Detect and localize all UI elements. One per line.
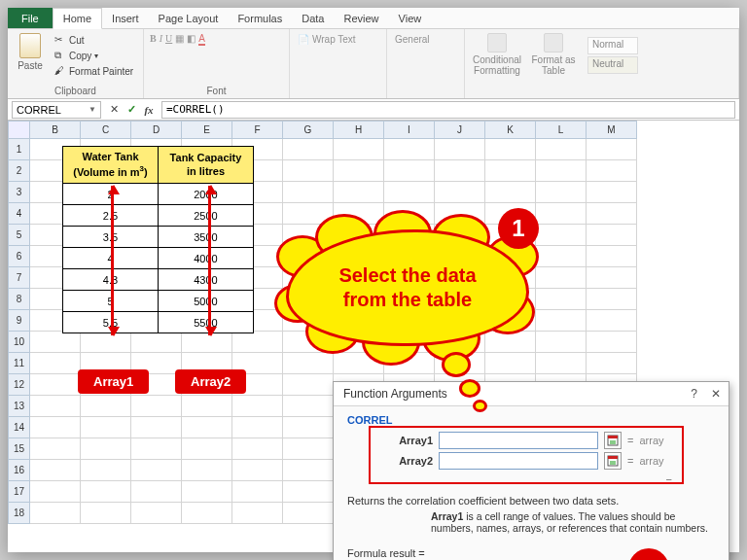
cell[interactable] — [232, 503, 283, 524]
cell[interactable] — [131, 332, 182, 353]
format-painter-button[interactable]: 🖌Format Painter — [53, 64, 135, 78]
cell[interactable] — [435, 203, 485, 225]
cell[interactable] — [283, 374, 334, 396]
enter-formula-button[interactable]: ✓ — [123, 103, 140, 116]
close-button[interactable]: ✕ — [711, 387, 721, 401]
cell[interactable] — [384, 139, 435, 160]
cell[interactable] — [587, 225, 637, 246]
cell[interactable] — [536, 267, 587, 289]
row-header[interactable]: 13 — [9, 396, 30, 417]
cell[interactable] — [587, 246, 637, 267]
cell[interactable] — [232, 417, 283, 438]
cell[interactable] — [283, 203, 334, 225]
cell[interactable] — [587, 160, 637, 182]
cell[interactable] — [587, 289, 637, 310]
worksheet-grid[interactable]: BCDEFGHIJKLM123456789101112131415161718 … — [8, 121, 739, 524]
cell[interactable] — [334, 139, 384, 160]
tab-formulas[interactable]: Formulas — [228, 9, 292, 28]
cell[interactable] — [81, 503, 131, 524]
cell[interactable] — [536, 203, 587, 225]
cell[interactable] — [283, 289, 334, 310]
cell[interactable] — [485, 246, 536, 267]
cell[interactable] — [536, 353, 587, 374]
cell[interactable] — [384, 182, 435, 203]
col-header[interactable]: L — [536, 122, 587, 139]
cell[interactable] — [384, 267, 435, 289]
cell[interactable] — [536, 225, 587, 246]
cell[interactable] — [536, 182, 587, 203]
cell[interactable] — [283, 246, 334, 267]
cell[interactable] — [334, 332, 384, 353]
cell[interactable] — [384, 246, 435, 267]
cell[interactable] — [283, 438, 334, 460]
cell[interactable] — [283, 160, 334, 182]
cell[interactable] — [384, 203, 435, 225]
cell[interactable] — [435, 267, 485, 289]
cell[interactable] — [283, 310, 334, 332]
cell[interactable] — [131, 460, 182, 481]
cell[interactable] — [587, 332, 637, 353]
cell[interactable] — [435, 246, 485, 267]
cell[interactable] — [283, 460, 334, 481]
cell[interactable] — [232, 332, 283, 353]
row-header[interactable]: 8 — [9, 289, 30, 310]
cell[interactable] — [81, 396, 131, 417]
cell[interactable] — [283, 182, 334, 203]
cell[interactable] — [536, 332, 587, 353]
cell[interactable] — [30, 417, 81, 438]
cell[interactable] — [182, 460, 232, 481]
cell[interactable] — [283, 481, 334, 503]
cell[interactable] — [384, 310, 435, 332]
cell[interactable] — [334, 267, 384, 289]
cell[interactable] — [283, 225, 334, 246]
row-header[interactable]: 6 — [9, 246, 30, 267]
cell[interactable] — [536, 160, 587, 182]
cell[interactable] — [232, 396, 283, 417]
cell[interactable] — [334, 246, 384, 267]
arg2-ref-button[interactable] — [604, 452, 622, 470]
number-format-select[interactable]: General — [393, 33, 432, 46]
cell[interactable] — [334, 289, 384, 310]
row-header[interactable]: 10 — [9, 332, 30, 353]
col-header[interactable]: H — [334, 122, 384, 139]
cell[interactable] — [334, 225, 384, 246]
cell[interactable] — [81, 417, 131, 438]
style-neutral[interactable]: Neutral — [587, 56, 638, 74]
col-header[interactable]: J — [435, 122, 485, 139]
cell[interactable] — [30, 396, 81, 417]
row-header[interactable]: 1 — [9, 139, 30, 160]
cell[interactable] — [536, 310, 587, 332]
cell-styles-gallery[interactable]: Normal Neutral — [584, 33, 642, 78]
cell[interactable] — [283, 417, 334, 438]
cell[interactable] — [334, 310, 384, 332]
cell[interactable] — [81, 460, 131, 481]
row-header[interactable]: 2 — [9, 160, 30, 182]
formula-input[interactable]: =CORREL() — [161, 101, 735, 119]
cell[interactable] — [182, 396, 232, 417]
cell[interactable] — [485, 289, 536, 310]
cell[interactable] — [587, 353, 637, 374]
cell[interactable] — [485, 160, 536, 182]
cell[interactable] — [384, 353, 435, 374]
cell[interactable] — [536, 289, 587, 310]
cell[interactable] — [485, 332, 536, 353]
fill-color-button[interactable]: ◧ — [187, 33, 196, 44]
arg1-input[interactable] — [439, 432, 598, 449]
help-button[interactable]: ? — [691, 387, 697, 401]
cell[interactable] — [485, 139, 536, 160]
insert-function-button[interactable]: fx — [140, 104, 158, 116]
cell[interactable] — [30, 481, 81, 503]
cell[interactable] — [182, 417, 232, 438]
cell[interactable] — [435, 289, 485, 310]
underline-button[interactable]: U — [165, 33, 172, 44]
cell[interactable] — [587, 203, 637, 225]
cell[interactable] — [384, 289, 435, 310]
tab-data[interactable]: Data — [292, 9, 334, 28]
tab-review[interactable]: Review — [334, 9, 388, 28]
cell[interactable] — [435, 160, 485, 182]
cell[interactable] — [131, 438, 182, 460]
col-header[interactable]: E — [182, 122, 232, 139]
cell[interactable] — [30, 332, 81, 353]
copy-button[interactable]: ⧉Copy ▾ — [53, 49, 135, 62]
font-color-button[interactable]: A — [198, 33, 205, 46]
